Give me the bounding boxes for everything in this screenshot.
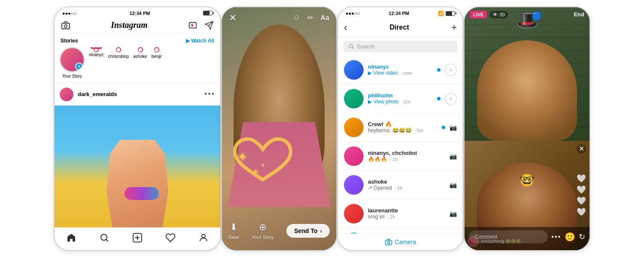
dm-info-0: ninanyc ▶ View video · now: [368, 63, 433, 76]
live-top-bar: LIVE 👁 20 End: [465, 7, 589, 22]
phone-live: 🎩 🔵 LIVE 👁 20 End: [464, 6, 590, 251]
nav-add[interactable]: [132, 232, 143, 243]
direct-search-bar[interactable]: Search: [343, 41, 458, 52]
dm-info-2: Crew! 🔥 heyberna: 😂😂😂 · 5m: [368, 121, 437, 133]
story-add-icon: +: [75, 63, 83, 70]
dm-preview-5: omg lol: [368, 214, 385, 220]
live-main-video: 🎩 🔵 LIVE 👁 20 End: [465, 7, 589, 141]
story-ring-ashoke: [138, 47, 143, 52]
story-name-benjir: benjir: [152, 54, 162, 59]
dm-camera-5: 📷: [450, 210, 457, 217]
story-text-btn[interactable]: Aa: [321, 14, 329, 22]
dm-preview-2: heyberna: 😂😂😂: [368, 127, 412, 133]
live-emoji-btn[interactable]: 🙂: [565, 232, 575, 242]
dm-camera-2: 📷: [450, 124, 457, 131]
story-top-actions: ☺ ✏ Aa: [292, 13, 329, 23]
dm-item-2[interactable]: Crew! 🔥 heyberna: 😂😂😂 · 5m 📷: [338, 113, 463, 142]
live-share-btn[interactable]: ↻: [579, 232, 585, 242]
story-ashoke[interactable]: ashoke: [133, 47, 147, 79]
dm-avatar-0: [344, 60, 364, 80]
svg-line-12: [352, 48, 354, 49]
camera-button[interactable]: [61, 20, 71, 30]
dm-avatar-1: [344, 89, 364, 109]
status-icons-3: 📶: [438, 11, 455, 16]
svg-point-5: [101, 234, 107, 240]
heart-4: 🤍: [577, 207, 586, 217]
igtv-button[interactable]: [188, 20, 198, 30]
story-your-story[interactable]: + Your Story: [60, 47, 85, 79]
search-placeholder-3: Search: [357, 43, 374, 50]
dm-info-1: phillsohn ▶ View photo · 2m: [368, 92, 433, 105]
dm-item-5[interactable]: laurenantte omg lol · 2h 📷: [338, 200, 463, 228]
watch-all-btn[interactable]: ▶ Watch All: [186, 38, 214, 44]
your-story-btn[interactable]: ⊕ Your Story: [252, 222, 274, 240]
svg-point-14: [387, 241, 389, 243]
nav-search[interactable]: [99, 232, 110, 243]
post-more-btn[interactable]: •••: [204, 90, 215, 99]
live-viewers: 👁 20: [489, 11, 508, 18]
camera-btn[interactable]: Camera: [385, 238, 416, 246]
svg-rect-3: [191, 24, 193, 27]
dm-info-3: ninanyc, chchoitoi 🔥🔥🔥 · 1h: [368, 150, 445, 162]
dm-unread-1: [437, 97, 440, 100]
svg-point-10: [202, 234, 205, 238]
your-story-icon: ⊕: [259, 222, 267, 233]
dm-action-1[interactable]: ›: [445, 93, 457, 105]
story-close-btn[interactable]: ✕: [229, 12, 237, 24]
dm-item-3[interactable]: ninanyc, chchoitoi 🔥🔥🔥 · 1h 📷: [338, 142, 463, 171]
story-chrisrobinp[interactable]: chrisrobinp: [108, 47, 129, 79]
header-right-icons: [188, 20, 214, 30]
dm-item-6[interactable]: 👆👆👆 No way! · 1d 📷: [338, 228, 463, 233]
comment-input[interactable]: Comment: [469, 230, 548, 243]
story-name-ashoke: ashoke: [133, 54, 147, 59]
dm-time-5: · 2h: [387, 214, 395, 219]
dm-item-4[interactable]: ashoke ↗ Opened · 1h 📷: [338, 171, 463, 200]
direct-bottom-camera[interactable]: Camera: [338, 233, 463, 250]
story-face-filter-icon[interactable]: ☺: [292, 13, 300, 22]
dm-item-1[interactable]: phillsohn ▶ View photo · 2m ›: [338, 85, 463, 113]
story-ring-benjir: [154, 47, 159, 52]
stories-header: Stories ▶ Watch All: [55, 38, 220, 47]
dm-info-4: ashoke ↗ Opened · 1h: [368, 178, 445, 191]
dm-avatar-5: [344, 204, 364, 224]
story-name-chrisrobinp: chrisrobinp: [108, 54, 129, 59]
time-3: 12:34 PM: [389, 11, 409, 16]
save-btn[interactable]: ⬇ Save: [228, 222, 239, 240]
live-more-btn[interactable]: •••: [551, 233, 561, 241]
dm-info-5: laurenantte omg lol · 2h: [368, 207, 445, 220]
direct-back-btn[interactable]: ‹: [344, 21, 347, 33]
dm-preview-1: ▶ View photo: [368, 99, 399, 105]
live-bottom-bar: Comment ••• 🙂 ↻: [465, 227, 589, 250]
direct-new-btn[interactable]: +: [451, 22, 457, 33]
story-ninanyc[interactable]: LIVE ninanyc: [89, 47, 103, 79]
live-badge-ninanyc: LIVE: [91, 47, 102, 49]
story-bottom-bar: ⬇ Save ⊕ Your Story Send To ›: [222, 215, 336, 250]
stories-bar: Stories ▶ Watch All + Your Story: [55, 33, 220, 83]
story-name-ninanyc: ninanyc: [89, 52, 103, 57]
dm-time-2: · 5m: [414, 128, 423, 133]
direct-button[interactable]: [204, 20, 214, 30]
nav-profile[interactable]: [198, 232, 209, 243]
bottom-nav: [55, 227, 220, 250]
send-to-arrow-icon: ›: [320, 227, 322, 234]
dm-time-4: · 1h: [395, 185, 402, 190]
dm-name-0: ninanyc: [368, 63, 433, 70]
dm-item-0[interactable]: ninanyc ▶ View video · now ›: [338, 56, 463, 85]
dm-action-0[interactable]: ›: [445, 64, 457, 76]
dm-list: ninanyc ▶ View video · now › phillsohn ▶…: [338, 56, 463, 233]
nav-home[interactable]: [66, 232, 77, 243]
camera-btn-label: Camera: [395, 239, 416, 245]
story-ring-chrisrobinp: [116, 47, 121, 52]
story-benjir[interactable]: benjir: [152, 47, 162, 79]
nav-heart[interactable]: [165, 232, 176, 243]
send-to-btn[interactable]: Send To ›: [286, 224, 330, 238]
time-1: 12:34 PM: [130, 11, 150, 16]
svg-point-11: [349, 44, 352, 48]
status-bar-1: ●●●○○ 12:34 PM: [55, 7, 220, 18]
close-guest-btn[interactable]: ✕: [577, 144, 586, 154]
dm-avatar-2: [344, 118, 364, 137]
live-end-btn[interactable]: End: [574, 11, 584, 18]
story-pen-icon[interactable]: ✏: [307, 13, 314, 23]
phone-story: ✕ ☺ ✏ Aa ✦ ✦ ✦ ⬇ Save ⊕ Your Story: [221, 6, 337, 251]
dm-name-5: laurenantte: [368, 207, 445, 214]
